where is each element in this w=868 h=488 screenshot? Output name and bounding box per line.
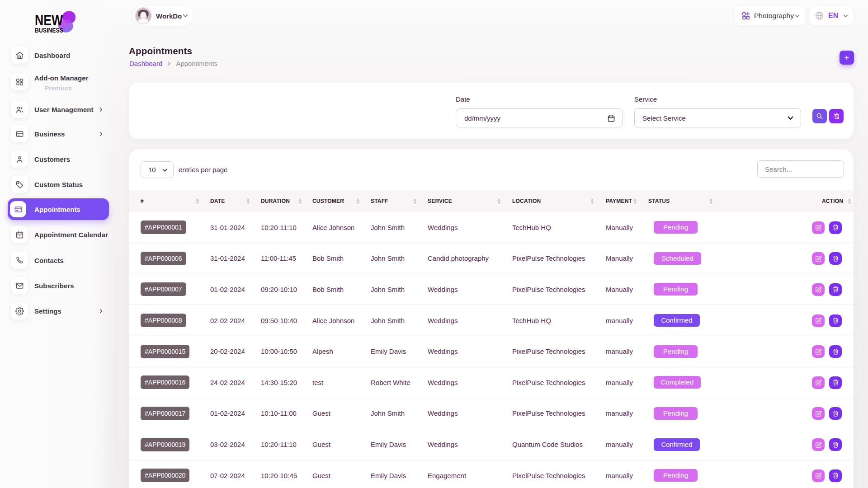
svg-text:BUSINESS: BUSINESS — [35, 26, 63, 34]
